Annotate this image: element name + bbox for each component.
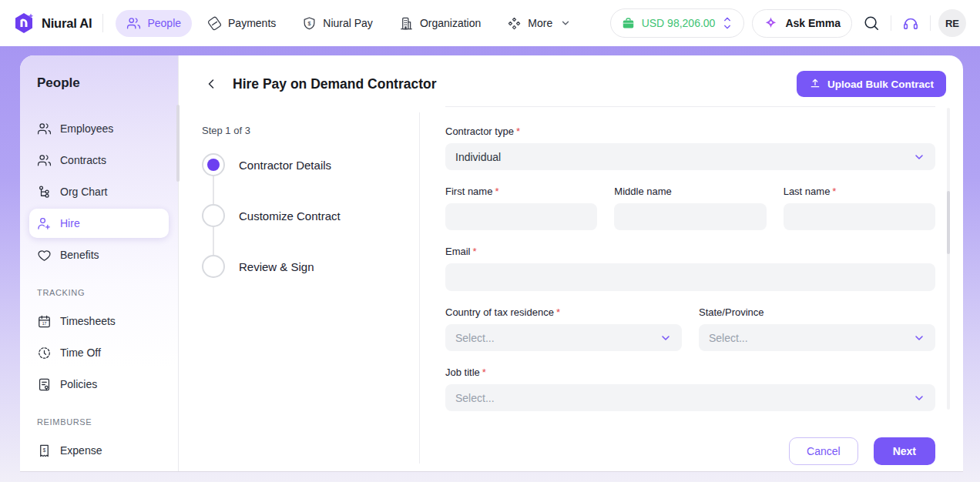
shield-dollar-icon: $	[302, 16, 317, 31]
calendar-icon: 17	[37, 314, 52, 329]
nav-label: Niural Pay	[323, 17, 373, 29]
content-frame: People Employees Contracts Org Chart Hir…	[0, 46, 980, 482]
state-select[interactable]: Select...	[699, 324, 935, 351]
step-connector	[213, 227, 214, 255]
app-window: Niural AI People Payments $ Niural Pay O…	[0, 0, 980, 482]
last-name-label: Last name	[784, 186, 831, 197]
form-scrollbar-thumb[interactable]	[947, 191, 950, 254]
field-job-title: Job title * Select...	[445, 367, 935, 411]
search-button[interactable]	[860, 12, 883, 35]
sidebar-item-timesheets[interactable]: 17 Timesheets	[29, 306, 169, 336]
step-circle-active	[202, 153, 225, 176]
sidebar-item-policies[interactable]: Policies	[29, 370, 169, 399]
chevron-left-icon	[203, 76, 219, 92]
sidebar-item-contracts[interactable]: Contracts	[29, 146, 169, 175]
field-contractor-type: Contractor type * Individual	[445, 126, 935, 170]
sidebar-item-label: Policies	[60, 378, 97, 390]
employees-icon	[37, 122, 52, 136]
balance-amount: USD 98,206.00	[642, 17, 716, 29]
upload-button-label: Upload Bulk Contract	[827, 79, 934, 90]
email-input[interactable]	[445, 263, 935, 291]
nav-label: Payments	[228, 17, 276, 29]
topbar-separator	[930, 15, 931, 31]
balance-toggle[interactable]	[722, 15, 733, 31]
sidebar-item-employees[interactable]: Employees	[29, 114, 169, 143]
active-step-dot	[207, 159, 220, 171]
field-country-of-tax-residence: Country of tax residence * Select...	[445, 306, 682, 351]
sidebar-item-label: Expense	[60, 444, 102, 457]
sidebar-scrollbar-thumb[interactable]	[176, 105, 180, 182]
clock-icon	[37, 346, 52, 360]
svg-text:$: $	[308, 20, 311, 26]
location-fields-row: Country of tax residence * Select...	[445, 306, 935, 367]
nav-item-organization[interactable]: Organization	[388, 10, 492, 37]
topbar-divider	[102, 14, 103, 32]
form-scrollbar[interactable]	[947, 108, 950, 410]
middle-name-input[interactable]	[614, 203, 766, 230]
org-chart-icon	[37, 185, 52, 199]
required-asterisk: *	[516, 126, 520, 137]
nav-label: People	[147, 17, 181, 29]
balance-pill[interactable]: USD 98,206.00	[610, 8, 745, 38]
field-email: Email *	[445, 246, 935, 291]
sidebar-item-expense[interactable]: $ Expense	[29, 436, 169, 465]
field-first-name: First name *	[445, 186, 597, 230]
job-title-select[interactable]: Select...	[445, 384, 935, 411]
contractor-type-value: Individual	[455, 151, 501, 163]
cancel-button[interactable]: Cancel	[789, 437, 858, 465]
required-asterisk: *	[832, 186, 836, 197]
topbar: Niural AI People Payments $ Niural Pay O…	[0, 0, 980, 46]
page-title: Hire Pay on Demand Contractor	[233, 76, 437, 92]
sidebar-item-label: Time Off	[60, 346, 101, 359]
nav-item-more[interactable]: More	[496, 10, 582, 37]
stepper: Step 1 of 3 Contractor Details Customize…	[179, 106, 419, 471]
first-name-input[interactable]	[445, 203, 597, 230]
step-review-sign[interactable]: Review & Sign	[202, 255, 419, 278]
country-placeholder: Select...	[455, 332, 495, 344]
contractor-type-select[interactable]: Individual	[445, 143, 935, 170]
nav-item-payments[interactable]: Payments	[196, 10, 287, 37]
last-name-input[interactable]	[784, 203, 935, 230]
chevron-down-icon	[560, 18, 571, 28]
email-label: Email	[445, 246, 471, 257]
sidebar-item-hire[interactable]: Hire	[29, 209, 169, 238]
next-button[interactable]: Next	[874, 437, 935, 465]
ask-emma-label: Ask Emma	[785, 17, 841, 29]
brand[interactable]: Niural AI	[12, 12, 92, 35]
step-circle-upcoming	[202, 204, 225, 227]
sidebar-item-org-chart[interactable]: Org Chart	[29, 177, 169, 206]
heart-icon	[37, 248, 52, 263]
content-area: Step 1 of 3 Contractor Details Customize…	[179, 106, 963, 471]
user-avatar[interactable]: RE	[938, 9, 966, 37]
step-customize-contract[interactable]: Customize Contract	[202, 204, 419, 227]
chevron-down-icon	[913, 151, 925, 163]
headphones-icon	[902, 15, 919, 32]
svg-text:17: 17	[42, 321, 47, 326]
country-select[interactable]: Select...	[445, 324, 682, 351]
more-diamonds-icon	[507, 16, 522, 31]
support-button[interactable]	[899, 12, 922, 35]
payments-icon	[207, 16, 222, 31]
step-progress: Step 1 of 3	[202, 125, 419, 136]
policy-doc-icon	[37, 377, 52, 392]
job-title-label: Job title	[445, 367, 480, 378]
chevron-down-icon	[913, 332, 925, 344]
upload-bulk-contract-button[interactable]: Upload Bulk Contract	[797, 71, 946, 97]
chevron-down-icon	[659, 332, 672, 344]
briefcase-icon	[622, 17, 635, 30]
content-card: People Employees Contracts Org Chart Hir…	[20, 55, 963, 472]
back-button[interactable]	[200, 73, 222, 95]
ask-emma-button[interactable]: Ask Emma	[752, 9, 852, 38]
required-asterisk: *	[556, 306, 560, 318]
step-contractor-details[interactable]: Contractor Details	[202, 153, 419, 176]
contracts-icon	[37, 153, 52, 168]
avatar-initials: RE	[945, 18, 959, 29]
nav-item-niural-pay[interactable]: $ Niural Pay	[291, 10, 384, 37]
field-state-province: State/Province Select...	[699, 306, 935, 351]
nav-item-people[interactable]: People	[116, 10, 192, 37]
sidebar-item-benefits[interactable]: Benefits	[29, 240, 169, 269]
sidebar-item-label: Hire	[60, 217, 80, 229]
sidebar-item-time-off[interactable]: Time Off	[29, 338, 169, 367]
sidebar: People Employees Contracts Org Chart Hir…	[20, 55, 179, 471]
sidebar-item-label: Contracts	[60, 154, 106, 166]
